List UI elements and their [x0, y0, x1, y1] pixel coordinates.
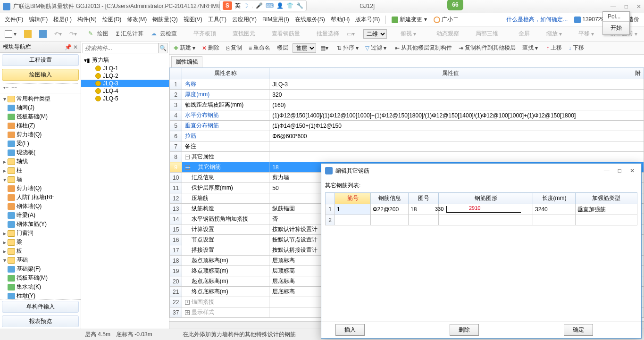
nav-node[interactable]: 框柱(Z)	[0, 121, 81, 130]
menu-item[interactable]: 工具(T)	[205, 14, 229, 25]
menu-item[interactable]: 版本号(B)	[352, 14, 383, 25]
nav-node[interactable]: ▸门窗洞	[0, 229, 81, 238]
draw-button[interactable]: ✎绘图	[85, 28, 111, 39]
user-menu[interactable]: 广小二	[431, 14, 461, 25]
move-up-button[interactable]: ↑上移	[544, 43, 564, 53]
shirt-icon[interactable]: 👕	[286, 2, 293, 9]
section-project-settings[interactable]: 工程设置	[2, 54, 79, 66]
component-tree[interactable]: ▾▮剪力墙JLQ-1JLQ-2JLQ-3JLQ-4JLQ-5	[81, 55, 169, 329]
menu-item[interactable]: 绘图(D)	[100, 14, 125, 25]
new-doc-button[interactable]: ▾	[2, 29, 19, 39]
rebar-row-1[interactable]: 1 1 Φ22@200 18 330 2910 3240 垂直加强筋	[326, 204, 637, 215]
zoom-button[interactable]: 缩放▾	[535, 28, 565, 39]
menu-item[interactable]: 云应用(Y)	[229, 14, 259, 25]
rebar-table[interactable]: 筋号 钢筋信息 图号 钢筋图形 长度(mm) 加强筋类型 1 1 Φ22@200…	[325, 192, 637, 225]
search-button[interactable]: 🔍	[159, 43, 167, 53]
align-top-button[interactable]: 平齐板顶	[182, 28, 219, 39]
help-link[interactable]: 什么是檐高，如何确定...	[503, 14, 570, 25]
rename-button[interactable]: ≡重命名	[246, 43, 273, 53]
prop-row[interactable]: 2厚度(mm)320	[170, 90, 644, 100]
new-change-menu[interactable]: 新建变更 ▾	[389, 14, 429, 25]
nav-node[interactable]: 暗梁(A)	[0, 211, 81, 220]
dialog-minimize[interactable]: —	[601, 167, 612, 174]
component-node[interactable]: JLQ-1	[81, 65, 169, 72]
nav-node[interactable]: ▾常用构件类型	[0, 94, 81, 103]
component-node[interactable]: JLQ-5	[81, 95, 169, 102]
nav-node[interactable]: 剪力墙(Q)	[0, 184, 81, 193]
floor-combo[interactable]: 首层	[293, 43, 316, 53]
close-button[interactable]: ✕	[636, 3, 641, 10]
ime-toolbar[interactable]: S 英 ☽ , 🎤 ⌨ 👤 👕 🔧	[219, 0, 307, 11]
component-node[interactable]: JLQ-4	[81, 87, 169, 95]
nav-node[interactable]: ▸柱	[0, 166, 81, 175]
moon-icon[interactable]: ☽	[243, 2, 249, 9]
find-button[interactable]: 查找▾	[520, 43, 540, 53]
nav-node[interactable]: ▸轴线	[0, 157, 81, 166]
tree-expand-icon[interactable]: ⁺⁻	[3, 85, 8, 92]
cloud-badge[interactable]: 66	[447, 0, 463, 10]
copy-to-floor-button[interactable]: ⇥复制构件到其他楼层	[456, 43, 518, 53]
menu-item[interactable]: BIM应用(I)	[259, 14, 292, 25]
find-elem-button[interactable]: 查找图元	[221, 28, 258, 39]
col-prop-value[interactable]: 属性值	[269, 68, 632, 79]
component-node[interactable]: JLQ-2	[81, 72, 169, 80]
fullscreen-button[interactable]: 全屏	[507, 28, 533, 39]
menu-item[interactable]: 文件(F)	[2, 14, 26, 25]
properties-tab[interactable]: 属性编辑	[171, 56, 202, 67]
nav-node[interactable]: ▾墙	[0, 175, 81, 184]
book-button[interactable]: ▭▾	[344, 29, 358, 39]
cloud-check-button[interactable]: ☁云检查	[148, 28, 180, 39]
prop-row[interactable]: 8−其它属性	[170, 152, 644, 162]
pin-icon[interactable]: 📌 ✕	[65, 44, 78, 50]
nav-node[interactable]: 轴网(J)	[0, 103, 81, 112]
sort-button[interactable]: ⇅排序▾	[335, 43, 361, 53]
view-mode-combo[interactable]: 二维	[363, 29, 387, 39]
prop-row[interactable]: 6拉筋Φ6@600*600	[170, 131, 644, 141]
top-view-button[interactable]: 俯视▾	[389, 28, 419, 39]
minimize-button[interactable]: —	[611, 3, 616, 10]
nav-node[interactable]: 筏板基础(M)	[0, 274, 81, 282]
mic-icon[interactable]: 🎤	[256, 2, 263, 9]
prop-row[interactable]: 4水平分布钢筋(1)Φ12@150[1400]/(1)Φ12@100[1000]…	[170, 110, 644, 121]
section-report-preview[interactable]: 报表预览	[2, 315, 79, 327]
menu-item[interactable]: 构件(N)	[75, 14, 100, 25]
save-button[interactable]	[36, 29, 50, 39]
nav-node[interactable]: 集水坑(K)	[0, 282, 81, 291]
menu-item[interactable]: 视图(V)	[181, 14, 205, 25]
dialog-titlebar[interactable]: 编辑其它钢筋 — □ ✕	[321, 164, 641, 178]
copy-component-button[interactable]: ⎘复制	[224, 43, 244, 53]
col-reinforce-type[interactable]: 加强筋类型	[576, 193, 637, 204]
prop-row[interactable]: 5垂直分布钢筋(1)Φ14@150+(1)Φ12@150	[170, 121, 644, 131]
copy-from-floor-button[interactable]: ⇤从其他楼层复制构件	[393, 43, 454, 53]
filter-button[interactable]: ▽过滤▾	[363, 43, 389, 53]
rebar-row-2[interactable]: 2	[326, 215, 637, 225]
nav-node[interactable]: 人防门框墙(RF	[0, 193, 81, 202]
open-button[interactable]	[21, 29, 34, 39]
local3d-button[interactable]: 局部三维	[464, 28, 501, 39]
dialog-delete-button[interactable]: 删除	[450, 324, 479, 336]
dialog-maximize[interactable]: □	[615, 167, 624, 174]
keyboard-icon[interactable]: ⌨	[266, 2, 274, 9]
nav-node[interactable]: 基础梁(F)	[0, 265, 81, 274]
tree-collapse-icon[interactable]: ⁻⁻	[11, 85, 17, 92]
col-prop-name[interactable]: 属性名称	[182, 68, 269, 79]
menu-item[interactable]: 钢筋量(Q)	[150, 14, 180, 25]
move-down-button[interactable]: ↓下移	[566, 43, 586, 53]
ime-lang[interactable]: 英	[235, 2, 241, 10]
delete-component-button[interactable]: ✕删除	[200, 43, 222, 53]
layer-button[interactable]: ▤▾	[318, 44, 331, 52]
prop-row[interactable]: 1名称JLQ-3	[170, 79, 644, 90]
nav-node[interactable]: 柱墩(Y)	[0, 291, 81, 299]
start-popup-button[interactable]: 开始	[603, 22, 629, 34]
menu-item[interactable]: 楼层(L)	[50, 14, 75, 25]
menu-item[interactable]: 在线服务(S)	[292, 14, 328, 25]
batch-select-button[interactable]: 批量选择	[305, 28, 342, 39]
person-icon[interactable]: 👤	[276, 2, 284, 9]
col-length[interactable]: 长度(mm)	[533, 193, 576, 204]
menu-item[interactable]: 帮助(H)	[328, 14, 353, 25]
sum-calc-button[interactable]: Σ 汇总计算	[113, 28, 146, 39]
component-node[interactable]: JLQ-3	[81, 80, 169, 87]
nav-node[interactable]: 梁(L)	[0, 139, 81, 148]
nav-node[interactable]: 筏板基础(M)	[0, 112, 81, 121]
nav-node[interactable]: ▸梁	[0, 238, 81, 247]
